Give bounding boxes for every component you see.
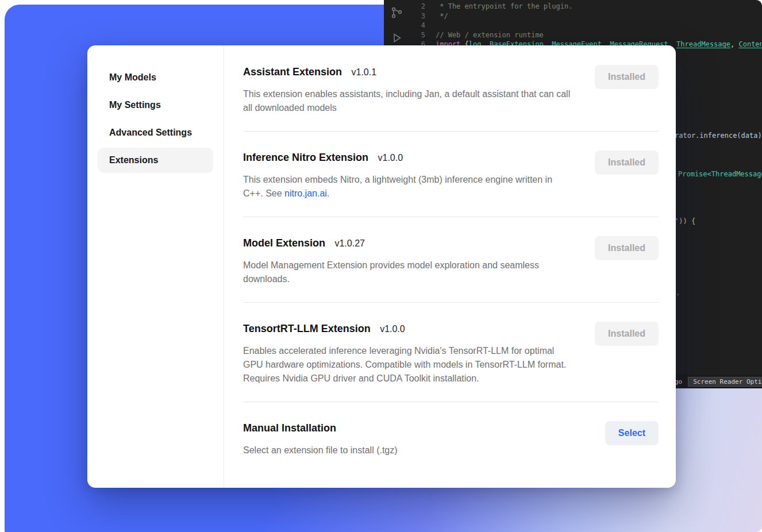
extension-row-tensorrt: TensortRT-LLM Extension v1.0.0 Enables a… <box>243 322 659 385</box>
extension-description: This extension embeds Nitro, a lightweig… <box>243 173 574 201</box>
source-control-icon[interactable] <box>390 6 403 20</box>
code-text: // Web / extension runtime <box>425 30 544 40</box>
extension-name: TensortRT-LLM Extension <box>243 323 371 334</box>
extension-version: v1.0.27 <box>334 238 364 248</box>
line-number: 2 <box>409 2 425 11</box>
code-line: 5 // Web / extension runtime <box>409 30 762 40</box>
manual-installation-description: Select an extension file to install (.tg… <box>243 444 398 457</box>
divider <box>243 131 659 132</box>
extension-row-nitro: Inference Nitro Extension v1.0.0 This ex… <box>243 151 659 201</box>
installed-button[interactable]: Installed <box>595 322 659 346</box>
extension-version: v1.0.1 <box>352 67 377 77</box>
extension-version: v1.0.0 <box>378 153 403 163</box>
divider <box>243 402 659 402</box>
divider <box>243 217 659 217</box>
installed-button[interactable]: Installed <box>595 151 659 175</box>
code-line: 4 <box>409 21 762 30</box>
sidebar-item-my-settings[interactable]: My Settings <box>98 92 213 118</box>
line-number: 5 <box>409 30 425 40</box>
line-number: 3 <box>409 11 425 21</box>
code-area: 2 * The entrypoint for the plugin. 3 */ … <box>409 0 762 49</box>
code-line: 2 * The entrypoint for the plugin. <box>409 2 762 11</box>
installed-button[interactable]: Installed <box>595 236 659 260</box>
extension-name: Assistant Extension <box>243 66 342 78</box>
extension-name: Inference Nitro Extension <box>243 152 368 163</box>
installed-button[interactable]: Installed <box>595 65 659 89</box>
app-window: 2 * The entrypoint for the plugin. 3 */ … <box>0 0 762 532</box>
code-text <box>425 21 436 30</box>
code-fragment: Promise<ThreadMessage> <box>678 170 762 178</box>
code-text: */ <box>425 11 448 21</box>
extension-version: v1.0.0 <box>380 324 405 334</box>
extension-description: This extension enables assistants, inclu… <box>243 87 574 115</box>
sidebar-item-extensions[interactable]: Extensions <box>98 148 213 173</box>
code-text: * The entrypoint for the plugin. <box>425 2 572 11</box>
sidebar-item-my-models[interactable]: My Models <box>98 65 213 90</box>
manual-installation-title: Manual Installation <box>243 422 336 434</box>
extensions-panel: Assistant Extension v1.0.1 This extensio… <box>224 45 676 488</box>
select-file-button[interactable]: Select <box>605 421 659 445</box>
run-debug-icon[interactable] <box>390 31 403 45</box>
code-line: 3 */ <box>409 11 762 21</box>
divider <box>243 302 659 303</box>
settings-sidebar: My Models My Settings Advanced Settings … <box>87 45 224 488</box>
manual-installation-row: Manual Installation Select an extension … <box>243 421 659 457</box>
screen-reader-status-chip[interactable]: Screen Reader Optimize <box>688 377 762 387</box>
extension-name: Model Extension <box>243 237 325 249</box>
sidebar-item-advanced-settings[interactable]: Advanced Settings <box>98 120 213 145</box>
nitro-link[interactable]: nitro.jan.ai. <box>284 188 329 198</box>
settings-modal: My Models My Settings Advanced Settings … <box>87 45 676 488</box>
extension-row-assistant: Assistant Extension v1.0.1 This extensio… <box>243 65 659 115</box>
code-fragment: rator.inference(data)); <box>675 132 762 140</box>
extension-row-model: Model Extension v1.0.27 Model Management… <box>243 236 659 286</box>
code-fragment: ')) { <box>675 217 695 225</box>
line-number: 4 <box>409 21 425 30</box>
extension-description: Model Management Extension provides mode… <box>243 259 574 286</box>
extension-description: Enables accelerated inference leveraging… <box>243 344 574 385</box>
